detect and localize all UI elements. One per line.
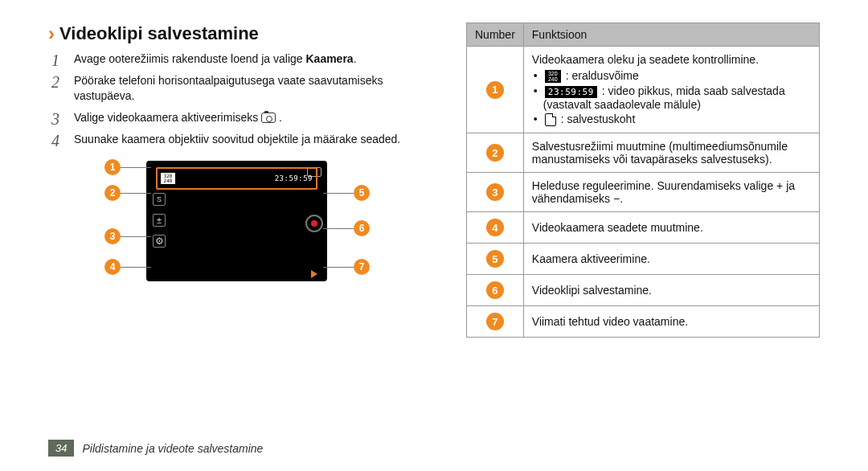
- table-row: 5 Kaamera aktiveerimine.: [467, 244, 820, 275]
- callout-line: [323, 193, 354, 194]
- row-text: Kaamera aktiveerimine.: [523, 244, 819, 275]
- chapter-title: Pildistamine ja videote salvestamine: [82, 442, 263, 455]
- callout-dot: 4: [104, 259, 121, 275]
- callout-dot: 6: [354, 220, 370, 236]
- step-text: Pöörake telefoni horisontaalpaigutusega …: [74, 74, 383, 102]
- left-icon-column: [148, 193, 170, 248]
- exposure-icon: [153, 214, 166, 227]
- record-dot-icon: [311, 220, 317, 227]
- status-bar: 320 240 23:59:59: [156, 167, 317, 190]
- page-number: 34: [48, 440, 74, 457]
- record-button-icon: [305, 215, 323, 232]
- play-icon: [311, 270, 317, 278]
- resolution-icon: 320 240: [161, 173, 175, 184]
- step-number: 1: [51, 50, 59, 72]
- chevron-right-icon: ›: [48, 23, 55, 45]
- step-item: 3 Valige videokaamera aktiveerimiseks .: [51, 110, 426, 125]
- recording-time: 23:59:59: [275, 174, 313, 182]
- page-footer: 34 Pildistamine ja videote salvestamine: [48, 440, 263, 457]
- list-item: 320 240 : eraldusvõime: [532, 69, 811, 83]
- row-number-dot: 1: [486, 81, 504, 99]
- callout: 1: [104, 159, 151, 175]
- callout-dot: 1: [104, 159, 121, 175]
- table-row: 3 Heleduse reguleerimine. Suurendamiseks…: [467, 173, 820, 212]
- row-text: Viimati tehtud video vaatamine.: [523, 306, 819, 338]
- row-text: Videoklipi salvestamine.: [523, 275, 819, 306]
- step-text: Suunake kaamera objektiiv soovitud objek…: [74, 133, 400, 145]
- row-text: Videokaamera seadete muutmine.: [523, 212, 819, 244]
- th-function: Funktsioon: [523, 23, 819, 47]
- callout-line: [121, 236, 151, 237]
- sd-card-icon: [545, 113, 556, 126]
- camera-screen: 320 240 23:59:59: [146, 161, 327, 281]
- callout-line: [323, 228, 354, 229]
- step-item: 2 Pöörake telefoni horisontaalpaigutuseg…: [51, 73, 426, 104]
- manual-page: › Videoklipi salvestamine 1 Avage ootere…: [0, 0, 868, 471]
- step-item: 4 Suunake kaamera objektiiv soovitud obj…: [51, 132, 426, 147]
- step-text: Valige videokaamera aktiveerimiseks .: [74, 111, 282, 124]
- gear-icon: [153, 235, 166, 248]
- function-table: Number Funktsioon 1 Videokaamera oleku j…: [466, 23, 820, 338]
- table-row: 4 Videokaamera seadete muutmine.: [467, 212, 820, 244]
- camera-icon: [261, 113, 276, 123]
- table-row: 6 Videoklipi salvestamine.: [467, 275, 820, 306]
- callout-line: [323, 267, 354, 268]
- callout-dot: 2: [104, 185, 121, 201]
- callout-dot: 3: [104, 228, 121, 244]
- list-item: 23:59:59 : video pikkus, mida saab salve…: [532, 84, 811, 111]
- step-number: 2: [51, 72, 59, 93]
- bullet-list: 320 240 : eraldusvõime 23:59:59 : video …: [532, 69, 811, 126]
- row-number-dot: 7: [486, 313, 504, 330]
- step-number: 3: [51, 109, 59, 130]
- row-text: Videokaamera oleku ja seadete kontrollim…: [523, 47, 819, 133]
- row-text: Heleduse reguleerimine. Suurendamiseks v…: [523, 173, 819, 212]
- callout: 7: [323, 259, 370, 275]
- callout: 3: [104, 228, 151, 244]
- resolution-chip-icon: 320 240: [545, 70, 561, 83]
- callout-line: [121, 267, 151, 268]
- right-column: Number Funktsioon 1 Videokaamera oleku j…: [466, 23, 820, 338]
- callout: 2: [104, 185, 151, 201]
- section-title-text: Videoklipi salvestamine: [59, 23, 259, 44]
- table-row: 1 Videokaamera oleku ja seadete kontroll…: [467, 47, 820, 133]
- callout-line: [121, 167, 151, 168]
- callout-dot: 7: [354, 259, 370, 275]
- storage-icon: [153, 193, 166, 206]
- viewfinder-diagram: 320 240 23:59:59: [104, 154, 370, 299]
- left-column: › Videoklipi salvestamine 1 Avage ootere…: [48, 23, 426, 338]
- callout: 4: [104, 259, 151, 275]
- two-column-layout: › Videoklipi salvestamine 1 Avage ootere…: [48, 23, 820, 338]
- callout: 5: [323, 185, 370, 201]
- table-row: 2 Salvestusrežiimi muutmine (multimeediu…: [467, 133, 820, 173]
- step-item: 1 Avage ooterežiimis rakenduste loend ja…: [51, 51, 426, 67]
- section-heading: › Videoklipi salvestamine: [48, 23, 426, 45]
- step-text: Avage ooterežiimis rakenduste loend ja v…: [74, 52, 357, 65]
- callout-line: [121, 193, 151, 194]
- callout-dot: 5: [354, 185, 370, 201]
- row-number-dot: 5: [486, 250, 504, 268]
- step-number: 4: [51, 130, 59, 152]
- table-row: 7 Viimati tehtud video vaatamine.: [467, 306, 820, 338]
- th-number: Number: [467, 23, 524, 47]
- step-list: 1 Avage ooterežiimis rakenduste loend ja…: [51, 51, 426, 146]
- callout: 6: [323, 220, 370, 236]
- list-item: : salvestuskoht: [532, 113, 811, 126]
- row-number-dot: 3: [486, 183, 504, 201]
- row-number-dot: 6: [486, 281, 504, 299]
- row-number-dot: 2: [486, 144, 504, 162]
- row-text: Salvestusrežiimi muutmine (multimeediums…: [523, 133, 819, 173]
- time-chip-icon: 23:59:59: [545, 86, 597, 98]
- row-number-dot: 4: [486, 219, 504, 236]
